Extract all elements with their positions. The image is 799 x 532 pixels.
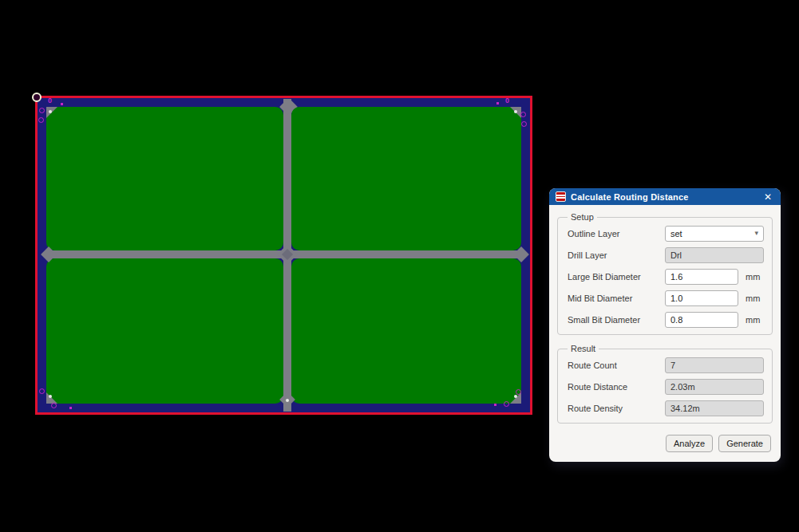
board-bottom-left [46,258,283,404]
chevron-down-icon: ▾ [754,230,758,237]
dialog-titlebar[interactable]: Calculate Routing Distance ✕ [549,188,781,205]
outline-layer-label: Outline Layer [568,229,665,238]
result-group-legend: Result [568,344,599,353]
small-bit-label: Small Bit Diameter [568,315,665,325]
outline-layer-row: Outline Layer set ▾ [568,223,764,244]
outline-layer-value: set [670,229,682,238]
route-count-row: Route Count 7 [568,354,764,376]
board-top-right [291,107,521,250]
setup-group-legend: Setup [568,212,597,222]
drill-layer-value: Drl [670,250,682,260]
route-count-value: 7 [670,361,675,370]
large-bit-unit: mm [746,272,760,282]
route-density-row: Route Density 34.12m [568,397,764,419]
calculate-routing-distance-dialog: Calculate Routing Distance ✕ Setup Outli… [549,188,781,462]
dialog-title: Calculate Routing Distance [571,192,757,202]
generate-button[interactable]: Generate [718,435,771,452]
route-distance-value: 2.03m [670,382,695,392]
board-bottom-right [291,258,521,404]
small-bit-input[interactable] [665,312,738,328]
route-density-label: Route Density [568,404,665,413]
route-density-field: 34.12m [665,400,764,416]
app-logo-icon [556,191,566,202]
small-bit-unit: mm [746,315,760,325]
route-count-label: Route Count [568,361,665,370]
large-bit-input[interactable] [665,269,738,285]
route-density-value: 34.12m [670,404,700,413]
drill-layer-label: Drill Layer [568,250,665,260]
route-distance-label: Route Distance [568,382,665,392]
mid-bit-row: Mid Bit Diameter mm [568,287,764,309]
close-icon[interactable]: ✕ [761,191,774,203]
large-bit-label: Large Bit Diameter [568,272,665,282]
route-distance-field: 2.03m [665,379,764,395]
mid-bit-input[interactable] [665,290,738,306]
board-top-left [46,107,283,250]
mid-bit-unit: mm [746,294,760,303]
dialog-body: Setup Outline Layer set ▾ Drill Layer Dr… [549,205,781,452]
analyze-button[interactable]: Analyze [666,435,713,452]
result-group: Result Route Count 7 Route Distance 2.03… [557,344,773,424]
routing-junction-core [282,249,293,260]
small-bit-row: Small Bit Diameter mm [568,309,764,330]
route-count-field: 7 [665,357,764,373]
large-bit-row: Large Bit Diameter mm [568,266,764,287]
dialog-button-row: Analyze Generate [557,432,773,452]
outline-layer-select[interactable]: set ▾ [665,226,764,242]
mid-bit-label: Mid Bit Diameter [568,294,665,303]
route-distance-row: Route Distance 2.03m [568,376,764,397]
drill-layer-field: Drl [665,247,764,263]
setup-group: Setup Outline Layer set ▾ Drill Layer Dr… [557,212,773,335]
drill-layer-row: Drill Layer Drl [568,244,764,266]
